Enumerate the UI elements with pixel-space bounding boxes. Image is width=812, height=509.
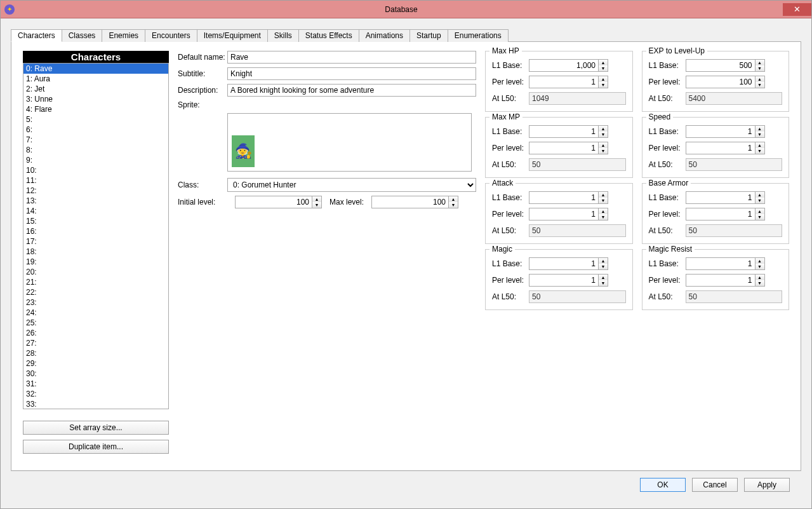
list-item[interactable]: 24:: [23, 308, 168, 318]
set-array-size-button[interactable]: Set array size...: [23, 421, 169, 435]
list-item[interactable]: 5:: [23, 114, 168, 125]
spin-down-icon[interactable]: ▼: [755, 82, 764, 88]
tab-items-equipment[interactable]: Items/Equipment: [197, 29, 268, 42]
spin-down-icon[interactable]: ▼: [755, 214, 764, 220]
spin-down-icon[interactable]: ▼: [599, 65, 608, 71]
spin-up-icon[interactable]: ▲: [599, 192, 608, 198]
sprite-box[interactable]: 🧙: [227, 113, 472, 172]
spin-up-icon[interactable]: ▲: [449, 196, 458, 202]
l1base-input[interactable]: ▲▼: [529, 191, 608, 204]
list-item[interactable]: 22:: [23, 287, 168, 297]
spin-up-icon[interactable]: ▲: [755, 126, 764, 132]
list-item[interactable]: 17:: [23, 236, 168, 247]
list-item[interactable]: 31:: [23, 379, 168, 389]
list-item[interactable]: 4: Flare: [23, 104, 168, 114]
spin-up-icon[interactable]: ▲: [755, 192, 764, 198]
list-item[interactable]: 8:: [23, 145, 168, 155]
list-item[interactable]: 14:: [23, 206, 168, 216]
description-input[interactable]: [227, 84, 476, 97]
tab-animations[interactable]: Animations: [359, 29, 410, 42]
list-item[interactable]: 23:: [23, 297, 168, 308]
perlevel-input[interactable]: ▲▼: [529, 142, 608, 154]
l1base-input[interactable]: ▲▼: [686, 59, 765, 72]
spin-up-icon[interactable]: ▲: [599, 275, 608, 280]
spin-up-icon[interactable]: ▲: [599, 258, 608, 264]
spin-down-icon[interactable]: ▼: [755, 132, 764, 137]
tab-enemies[interactable]: Enemies: [102, 29, 145, 42]
list-item[interactable]: 30:: [23, 369, 168, 379]
tab-classes[interactable]: Classes: [62, 29, 103, 42]
l1base-input[interactable]: ▲▼: [529, 125, 608, 138]
spin-down-icon[interactable]: ▼: [599, 148, 608, 154]
spin-down-icon[interactable]: ▼: [755, 65, 764, 71]
list-item[interactable]: 32:: [23, 389, 168, 399]
l1base-input[interactable]: ▲▼: [529, 257, 608, 270]
tab-encounters[interactable]: Encounters: [145, 29, 197, 42]
spin-down-icon[interactable]: ▼: [755, 280, 764, 286]
spin-up-icon[interactable]: ▲: [599, 60, 608, 65]
spin-down-icon[interactable]: ▼: [755, 264, 764, 269]
class-select[interactable]: 0: Gorumet Hunter: [227, 178, 476, 192]
list-item[interactable]: 9:: [23, 155, 168, 165]
list-item[interactable]: 0: Rave: [23, 64, 168, 74]
apply-button[interactable]: Apply: [744, 478, 790, 492]
spin-down-icon[interactable]: ▼: [449, 202, 458, 208]
list-item[interactable]: 11:: [23, 175, 168, 186]
tab-skills[interactable]: Skills: [267, 29, 299, 42]
list-item[interactable]: 26:: [23, 328, 168, 338]
list-item[interactable]: 20:: [23, 267, 168, 277]
char-list[interactable]: 0: Rave1: Aura2: Jet3: Unne4: Flare5:6:7…: [23, 63, 169, 409]
default-name-input[interactable]: [227, 51, 476, 64]
l1base-input[interactable]: ▲▼: [686, 125, 765, 138]
perlevel-input[interactable]: ▲▼: [686, 274, 765, 287]
l1base-input[interactable]: ▲▼: [529, 59, 608, 72]
list-item[interactable]: 19:: [23, 257, 168, 267]
spin-down-icon[interactable]: ▼: [312, 202, 321, 208]
perlevel-input[interactable]: ▲▼: [686, 76, 765, 88]
spin-down-icon[interactable]: ▼: [599, 198, 608, 203]
list-item[interactable]: 13:: [23, 196, 168, 206]
duplicate-item-button[interactable]: Duplicate item...: [23, 440, 169, 454]
list-item[interactable]: 16:: [23, 226, 168, 236]
list-item[interactable]: 12:: [23, 186, 168, 196]
initial-level-input[interactable]: ▲▼: [235, 196, 322, 208]
perlevel-input[interactable]: ▲▼: [529, 76, 608, 88]
spin-down-icon[interactable]: ▼: [599, 82, 608, 88]
max-level-input[interactable]: ▲▼: [371, 196, 458, 208]
list-item[interactable]: 29:: [23, 358, 168, 369]
spin-up-icon[interactable]: ▲: [599, 208, 608, 214]
cancel-button[interactable]: Cancel: [692, 478, 738, 492]
list-item[interactable]: 18:: [23, 247, 168, 257]
perlevel-input[interactable]: ▲▼: [686, 142, 765, 154]
tab-startup[interactable]: Startup: [409, 29, 448, 42]
spin-down-icon[interactable]: ▼: [755, 148, 764, 154]
spin-up-icon[interactable]: ▲: [755, 76, 764, 82]
spin-down-icon[interactable]: ▼: [599, 280, 608, 286]
spin-up-icon[interactable]: ▲: [755, 142, 764, 148]
tab-enumerations[interactable]: Enumerations: [448, 29, 509, 42]
spin-up-icon[interactable]: ▲: [755, 60, 764, 65]
list-item[interactable]: 27:: [23, 338, 168, 348]
list-item[interactable]: 25:: [23, 318, 168, 328]
list-item[interactable]: 6:: [23, 125, 168, 135]
list-item[interactable]: 1: Aura: [23, 74, 168, 84]
tab-status-effects[interactable]: Status Effects: [298, 29, 359, 42]
subtitle-input[interactable]: [227, 67, 476, 80]
l1base-input[interactable]: ▲▼: [686, 191, 765, 204]
perlevel-input[interactable]: ▲▼: [686, 208, 765, 221]
l1base-input[interactable]: ▲▼: [686, 257, 765, 270]
spin-up-icon[interactable]: ▲: [599, 126, 608, 132]
spin-up-icon[interactable]: ▲: [599, 76, 608, 82]
spin-up-icon[interactable]: ▲: [755, 275, 764, 280]
spin-down-icon[interactable]: ▼: [599, 214, 608, 220]
spin-up-icon[interactable]: ▲: [755, 258, 764, 264]
list-item[interactable]: 21:: [23, 277, 168, 287]
spin-down-icon[interactable]: ▼: [755, 198, 764, 203]
list-item[interactable]: 10:: [23, 165, 168, 175]
spin-up-icon[interactable]: ▲: [312, 196, 321, 202]
close-button[interactable]: ✕: [783, 3, 811, 16]
spin-up-icon[interactable]: ▲: [599, 142, 608, 148]
tab-characters[interactable]: Characters: [11, 29, 62, 42]
list-item[interactable]: 7:: [23, 135, 168, 145]
spin-down-icon[interactable]: ▼: [599, 264, 608, 269]
